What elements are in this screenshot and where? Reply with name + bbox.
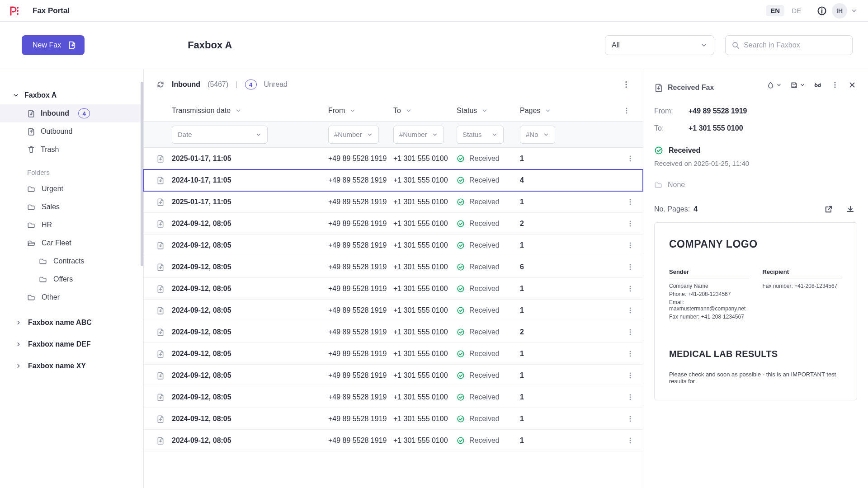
file-in-icon — [156, 263, 167, 271]
filter-to[interactable]: #Number — [393, 126, 444, 144]
file-in-icon — [156, 393, 167, 401]
dots-vertical-icon[interactable] — [623, 107, 630, 114]
search-input[interactable] — [744, 41, 846, 49]
filter-pages[interactable]: #No — [520, 126, 555, 144]
user-menu[interactable]: IH — [830, 3, 861, 19]
dots-vertical-icon[interactable] — [622, 80, 630, 89]
chevron-down-icon — [851, 8, 857, 14]
file-in-icon — [156, 241, 167, 249]
trash-icon — [27, 145, 35, 154]
table-row[interactable]: 2024-09-12, 08:05 +49 89 5528 1919 +1 30… — [144, 365, 643, 386]
filter-from[interactable]: #Number — [328, 126, 379, 144]
row-menu[interactable] — [627, 242, 636, 249]
app-title: Fax Portal — [33, 6, 70, 15]
table-row[interactable]: 2024-09-12, 08:05 +49 89 5528 1919 +1 30… — [144, 213, 643, 235]
row-menu[interactable] — [627, 155, 636, 162]
folder-contracts[interactable]: Contracts — [0, 252, 143, 270]
table-row[interactable]: 2025-01-17, 11:05 +49 89 5528 1919 +1 30… — [144, 148, 643, 169]
detail-folder[interactable]: None — [654, 181, 857, 189]
table-row[interactable]: 2024-09-12, 08:05 +49 89 5528 1919 +1 30… — [144, 343, 643, 365]
sidebar-item-trash[interactable]: Trash — [0, 141, 143, 159]
sidebar-item-label: Outbound — [41, 127, 72, 136]
cell-to: +1 301 555 0100 — [393, 198, 457, 206]
new-fax-button[interactable]: New Fax — [22, 35, 85, 55]
refresh-icon[interactable] — [156, 80, 165, 89]
download-button[interactable] — [844, 202, 857, 216]
close-detail-button[interactable] — [845, 78, 859, 92]
cell-status: Received — [457, 306, 520, 314]
col-from[interactable]: From — [328, 107, 393, 115]
check-circle-icon — [457, 241, 465, 249]
cell-from: +49 89 5528 1919 — [328, 306, 393, 314]
row-menu[interactable] — [627, 285, 636, 292]
folder-other[interactable]: Other — [0, 288, 143, 306]
row-menu[interactable] — [627, 372, 636, 379]
scope-select[interactable]: All — [605, 35, 714, 55]
table-row[interactable]: 2024-09-12, 08:05 +49 89 5528 1919 +1 30… — [144, 300, 643, 321]
table-row[interactable]: 2024-09-12, 08:05 +49 89 5528 1919 +1 30… — [144, 256, 643, 278]
folder-urgent[interactable]: Urgent — [0, 180, 143, 198]
folder-hr[interactable]: HR — [0, 216, 143, 234]
svg-point-11 — [17, 13, 19, 15]
row-menu[interactable] — [627, 415, 636, 422]
cell-to: +1 301 555 0100 — [393, 306, 457, 314]
sidebar-item-inbound[interactable]: Inbound 4 — [0, 104, 143, 122]
row-menu[interactable] — [627, 437, 636, 444]
row-menu[interactable] — [627, 328, 636, 336]
table-row[interactable]: 2025-01-17, 11:05 +49 89 5528 1919 +1 30… — [144, 191, 643, 213]
cell-status: Received — [457, 285, 520, 293]
chevron-down-icon — [491, 131, 498, 138]
file-in-icon — [156, 328, 167, 336]
table-row[interactable]: 2024-09-12, 08:05 +49 89 5528 1919 +1 30… — [144, 386, 643, 408]
dots-vertical-icon — [831, 81, 839, 89]
check-circle-icon — [654, 146, 663, 155]
color-menu[interactable] — [764, 78, 784, 92]
table-row[interactable]: 2024-10-17, 11:05 +49 89 5528 1919 +1 30… — [144, 169, 643, 191]
row-menu[interactable] — [627, 394, 636, 401]
search-box[interactable] — [725, 35, 853, 55]
save-menu[interactable] — [788, 78, 807, 92]
filter-date[interactable]: Date — [172, 126, 268, 144]
table-row[interactable]: 2024-09-12, 08:05 +49 89 5528 1919 +1 30… — [144, 321, 643, 343]
page-title: Faxbox A — [188, 39, 232, 51]
table-row[interactable]: 2024-09-12, 08:05 +49 89 5528 1919 +1 30… — [144, 430, 643, 451]
scrollbar-thumb[interactable] — [141, 82, 143, 266]
lang-en[interactable]: EN — [766, 5, 784, 16]
table-row[interactable]: 2024-09-12, 08:05 +49 89 5528 1919 +1 30… — [144, 408, 643, 430]
col-pages[interactable]: Pages — [520, 107, 565, 115]
faxbox-abc-toggle[interactable]: Faxbox name ABC — [0, 312, 143, 333]
col-to[interactable]: To — [393, 107, 457, 115]
dots-vertical-icon — [627, 437, 634, 444]
folder-sales[interactable]: Sales — [0, 198, 143, 216]
col-date[interactable]: Transmission date — [172, 107, 328, 115]
row-menu[interactable] — [627, 220, 636, 227]
cell-from: +49 89 5528 1919 — [328, 263, 393, 271]
faxbox-xy-toggle[interactable]: Faxbox name XY — [0, 355, 143, 377]
faxbox-def-toggle[interactable]: Faxbox name DEF — [0, 333, 143, 355]
language-switch: EN DE — [766, 5, 803, 16]
folder-label: Sales — [42, 203, 60, 211]
sidebar-item-outbound[interactable]: Outbound — [0, 122, 143, 141]
sidebar-item-label: Trash — [41, 145, 59, 154]
lang-de[interactable]: DE — [790, 5, 803, 16]
filter-status[interactable]: Status — [457, 126, 504, 144]
row-menu[interactable] — [627, 350, 636, 357]
more-button[interactable] — [828, 78, 842, 92]
table-row[interactable]: 2024-09-12, 08:05 +49 89 5528 1919 +1 30… — [144, 278, 643, 300]
open-external-button[interactable] — [822, 202, 835, 216]
folder-car-fleet[interactable]: Car Fleet — [0, 234, 143, 252]
cell-date: 2024-09-12, 08:05 — [172, 306, 328, 314]
row-menu[interactable] — [627, 307, 636, 314]
faxbox-a-toggle[interactable]: Faxbox A — [0, 86, 143, 104]
check-circle-icon — [457, 328, 465, 336]
file-in-icon — [156, 198, 167, 206]
table-row[interactable]: 2024-09-12, 08:05 +49 89 5528 1919 +1 30… — [144, 235, 643, 256]
glasses-button[interactable] — [811, 78, 825, 92]
info-button[interactable] — [814, 3, 830, 19]
main-area: Faxbox A Inbound 4 Outbound Trash Folder… — [0, 69, 868, 488]
folder-offers[interactable]: Offers — [0, 270, 143, 288]
row-menu[interactable] — [627, 198, 636, 206]
col-status[interactable]: Status — [457, 107, 520, 115]
dots-vertical-icon — [627, 198, 634, 206]
row-menu[interactable] — [627, 263, 636, 271]
